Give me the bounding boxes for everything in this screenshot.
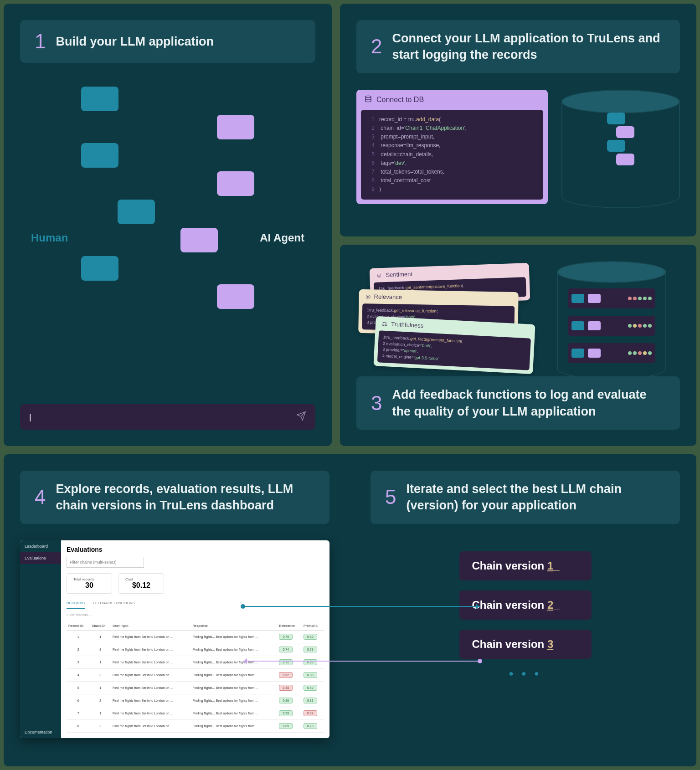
arrow-to-chain	[243, 606, 480, 607]
table-row[interactable]: 82Find me flights from Berlin to London …	[67, 719, 324, 732]
tab-feedback[interactable]: FEEDBACK FUNCTIONS	[93, 601, 135, 609]
panel-step5: 5 Iterate and select the best LLM chain …	[354, 454, 696, 766]
panel-step4: 4 Explore records, evaluation results, L…	[4, 454, 346, 766]
sidebar-item[interactable]: Leaderboard	[20, 540, 61, 552]
step-title: Connect your LLM application to TruLens …	[392, 30, 665, 63]
chain-filter-select[interactable]: Filter chains (multi-select)	[67, 557, 144, 568]
code-card: Connect to DB 1record_id = tru.add_data(…	[356, 90, 548, 204]
chat-illustration	[81, 87, 254, 313]
database-icon	[365, 95, 372, 104]
panel-step3: ☺Sentiment1tru_feedback.get_sentimentpos…	[340, 245, 696, 446]
more-indicator: ● ● ●	[371, 669, 680, 678]
stat-card: Total records30	[67, 573, 112, 594]
arrow-from-chain	[243, 661, 480, 662]
table-row[interactable]: 51Find me flights from Berlin to London …	[67, 681, 324, 694]
human-label: Human	[31, 231, 68, 244]
feedback-icon: ⚖	[382, 320, 388, 328]
chat-input-bar[interactable]	[20, 404, 315, 430]
human-bubble	[81, 143, 118, 168]
human-bubble	[81, 87, 118, 111]
database-cylinder	[557, 261, 666, 380]
code-block: 1record_id = tru.add_data(2 chain_id='Ch…	[361, 110, 543, 200]
step-2-card: 2 Connect your LLM application to TruLen…	[356, 20, 680, 73]
step-number: 1	[35, 30, 46, 53]
page-title: Evaluations	[67, 546, 324, 553]
table-row[interactable]: 22Find me flights from Berlin to London …	[67, 643, 324, 656]
panel-step2: 2 Connect your LLM application to TruLen…	[340, 4, 696, 236]
feedback-cards-stack: ☺Sentiment1tru_feedback.get_sentimentpos…	[356, 266, 539, 375]
feedback-icon: ◎	[365, 293, 370, 300]
step-number: 2	[371, 35, 382, 58]
eval-pipeline-row	[568, 316, 655, 336]
ai-bubble	[217, 284, 254, 309]
stat-card: Cost$0.12	[118, 573, 164, 594]
step-number: 5	[385, 486, 396, 508]
code-header: Connect to DB	[376, 96, 424, 104]
mini-bubble	[616, 154, 634, 165]
sidebar-item[interactable]: Documentation	[20, 726, 61, 738]
chat-input[interactable]	[29, 412, 296, 422]
step-title: Build your LLM application	[56, 33, 214, 50]
eval-pipeline-row	[568, 288, 655, 308]
tab-records[interactable]: RECORDS	[67, 601, 85, 609]
mini-bubble	[607, 140, 625, 152]
step-title: Iterate and select the best LLM chain (v…	[406, 481, 665, 514]
step-title: Explore records, evaluation results, LLM…	[56, 481, 315, 514]
table-row[interactable]: 31Find me flights from Berlin to London …	[67, 656, 324, 668]
table-row[interactable]: 11Find me flights from Berlin to London …	[67, 630, 324, 643]
mini-bubble	[607, 113, 625, 124]
panel-step1: 1 Build your LLM application Human AI Ag…	[4, 4, 332, 446]
dashboard-screenshot: Leaderboard Evaluations Documentation Ev…	[20, 540, 329, 738]
sidebar-item-active[interactable]: Evaluations	[20, 552, 61, 564]
step-number: 4	[35, 486, 46, 508]
human-bubble	[118, 200, 155, 224]
svg-point-0	[365, 96, 371, 98]
feedback-icon: ☺	[376, 272, 382, 278]
step-number: 3	[371, 392, 382, 415]
step-5-card: 5 Iterate and select the best LLM chain …	[371, 471, 680, 524]
dashboard-tabs: RECORDS FEEDBACK FUNCTIONS	[67, 601, 324, 609]
step-title: Add feedback functions to log and evalua…	[392, 386, 665, 420]
records-filter[interactable]: Filter records...	[67, 613, 324, 617]
ai-bubble	[217, 115, 254, 139]
chain-version[interactable]: Chain version 1_	[459, 551, 592, 580]
table-row[interactable]: 71Find me flights from Berlin to London …	[67, 707, 324, 719]
feedback-card: ⚖Truthfulness1tru_feedback.get_factagree…	[373, 316, 535, 374]
step-3-card: 3 Add feedback functions to log and eval…	[356, 376, 680, 430]
send-icon[interactable]	[296, 411, 306, 423]
chain-version[interactable]: Chain version 3_	[459, 630, 592, 659]
eval-pipeline-row	[568, 343, 655, 363]
ai-bubble	[217, 171, 254, 196]
table-row[interactable]: 42Find me flights from Berlin to London …	[67, 668, 324, 681]
agent-label: AI Agent	[260, 231, 304, 244]
chain-versions-list: Chain version 1_ Chain version 2_ Chain …	[371, 551, 680, 678]
database-cylinder	[561, 90, 680, 208]
mini-bubble	[616, 126, 634, 138]
step-4-card: 4 Explore records, evaluation results, L…	[20, 471, 329, 524]
table-row[interactable]: 62Find me flights from Berlin to London …	[67, 694, 324, 707]
human-bubble	[81, 256, 118, 281]
dashboard-sidebar: Leaderboard Evaluations Documentation	[20, 540, 61, 738]
records-table: Record IDChain IDUser InputResponseRelev…	[67, 621, 324, 733]
step-1-card: 1 Build your LLM application	[20, 20, 315, 63]
